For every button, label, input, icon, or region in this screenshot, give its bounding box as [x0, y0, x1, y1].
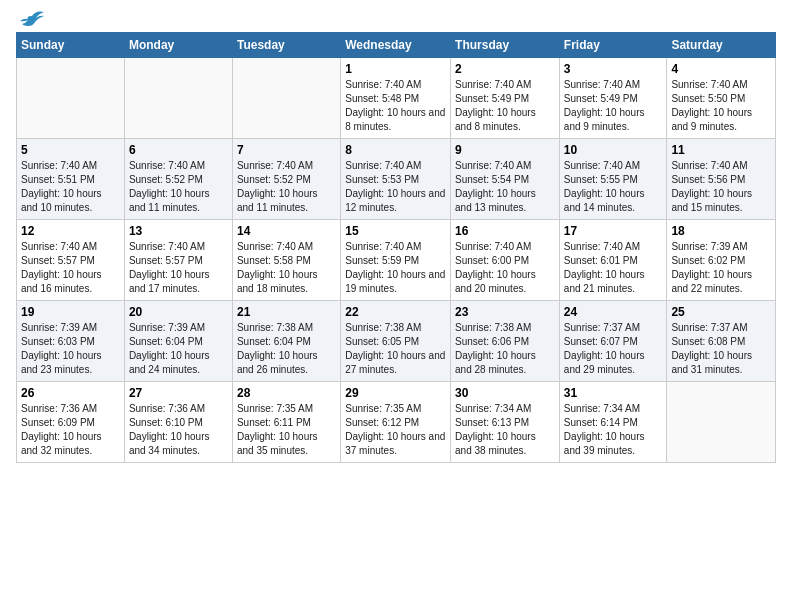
calendar-cell: 26Sunrise: 7:36 AM Sunset: 6:09 PM Dayli…: [17, 382, 125, 463]
day-number: 6: [129, 143, 228, 157]
weekday-header-friday: Friday: [559, 33, 667, 58]
day-number: 19: [21, 305, 120, 319]
day-info: Sunrise: 7:40 AM Sunset: 6:00 PM Dayligh…: [455, 240, 555, 296]
day-number: 9: [455, 143, 555, 157]
calendar-cell: 2Sunrise: 7:40 AM Sunset: 5:49 PM Daylig…: [451, 58, 560, 139]
day-info: Sunrise: 7:35 AM Sunset: 6:11 PM Dayligh…: [237, 402, 336, 458]
day-number: 5: [21, 143, 120, 157]
day-number: 1: [345, 62, 446, 76]
calendar-cell: 20Sunrise: 7:39 AM Sunset: 6:04 PM Dayli…: [124, 301, 232, 382]
calendar-cell: 22Sunrise: 7:38 AM Sunset: 6:05 PM Dayli…: [341, 301, 451, 382]
day-info: Sunrise: 7:38 AM Sunset: 6:05 PM Dayligh…: [345, 321, 446, 377]
day-number: 31: [564, 386, 663, 400]
day-info: Sunrise: 7:40 AM Sunset: 5:57 PM Dayligh…: [21, 240, 120, 296]
day-number: 17: [564, 224, 663, 238]
calendar-cell: 12Sunrise: 7:40 AM Sunset: 5:57 PM Dayli…: [17, 220, 125, 301]
day-number: 8: [345, 143, 446, 157]
day-info: Sunrise: 7:38 AM Sunset: 6:04 PM Dayligh…: [237, 321, 336, 377]
calendar-cell: 1Sunrise: 7:40 AM Sunset: 5:48 PM Daylig…: [341, 58, 451, 139]
calendar-week-row: 19Sunrise: 7:39 AM Sunset: 6:03 PM Dayli…: [17, 301, 776, 382]
day-number: 3: [564, 62, 663, 76]
day-number: 22: [345, 305, 446, 319]
calendar-cell: 6Sunrise: 7:40 AM Sunset: 5:52 PM Daylig…: [124, 139, 232, 220]
logo: [16, 16, 46, 24]
day-info: Sunrise: 7:40 AM Sunset: 5:54 PM Dayligh…: [455, 159, 555, 215]
calendar-cell: [232, 58, 340, 139]
calendar-cell: 18Sunrise: 7:39 AM Sunset: 6:02 PM Dayli…: [667, 220, 776, 301]
day-number: 30: [455, 386, 555, 400]
day-info: Sunrise: 7:39 AM Sunset: 6:02 PM Dayligh…: [671, 240, 771, 296]
calendar-week-row: 26Sunrise: 7:36 AM Sunset: 6:09 PM Dayli…: [17, 382, 776, 463]
weekday-header-monday: Monday: [124, 33, 232, 58]
day-number: 10: [564, 143, 663, 157]
weekday-header-wednesday: Wednesday: [341, 33, 451, 58]
day-info: Sunrise: 7:40 AM Sunset: 5:49 PM Dayligh…: [564, 78, 663, 134]
day-number: 20: [129, 305, 228, 319]
day-number: 7: [237, 143, 336, 157]
calendar-cell: 23Sunrise: 7:38 AM Sunset: 6:06 PM Dayli…: [451, 301, 560, 382]
day-number: 23: [455, 305, 555, 319]
day-info: Sunrise: 7:40 AM Sunset: 5:51 PM Dayligh…: [21, 159, 120, 215]
calendar-cell: 27Sunrise: 7:36 AM Sunset: 6:10 PM Dayli…: [124, 382, 232, 463]
calendar-week-row: 12Sunrise: 7:40 AM Sunset: 5:57 PM Dayli…: [17, 220, 776, 301]
day-info: Sunrise: 7:40 AM Sunset: 5:56 PM Dayligh…: [671, 159, 771, 215]
calendar-cell: 19Sunrise: 7:39 AM Sunset: 6:03 PM Dayli…: [17, 301, 125, 382]
calendar-cell: 3Sunrise: 7:40 AM Sunset: 5:49 PM Daylig…: [559, 58, 667, 139]
day-number: 27: [129, 386, 228, 400]
day-info: Sunrise: 7:37 AM Sunset: 6:07 PM Dayligh…: [564, 321, 663, 377]
day-number: 16: [455, 224, 555, 238]
day-info: Sunrise: 7:34 AM Sunset: 6:14 PM Dayligh…: [564, 402, 663, 458]
calendar-cell: 17Sunrise: 7:40 AM Sunset: 6:01 PM Dayli…: [559, 220, 667, 301]
calendar-cell: 9Sunrise: 7:40 AM Sunset: 5:54 PM Daylig…: [451, 139, 560, 220]
page-header: [16, 16, 776, 24]
calendar-table: SundayMondayTuesdayWednesdayThursdayFrid…: [16, 32, 776, 463]
day-info: Sunrise: 7:40 AM Sunset: 6:01 PM Dayligh…: [564, 240, 663, 296]
calendar-cell: 10Sunrise: 7:40 AM Sunset: 5:55 PM Dayli…: [559, 139, 667, 220]
day-info: Sunrise: 7:40 AM Sunset: 5:55 PM Dayligh…: [564, 159, 663, 215]
day-info: Sunrise: 7:40 AM Sunset: 5:50 PM Dayligh…: [671, 78, 771, 134]
logo-bird-icon: [18, 8, 46, 30]
weekday-header-saturday: Saturday: [667, 33, 776, 58]
day-number: 28: [237, 386, 336, 400]
calendar-cell: 16Sunrise: 7:40 AM Sunset: 6:00 PM Dayli…: [451, 220, 560, 301]
day-number: 26: [21, 386, 120, 400]
day-info: Sunrise: 7:40 AM Sunset: 5:59 PM Dayligh…: [345, 240, 446, 296]
day-info: Sunrise: 7:36 AM Sunset: 6:09 PM Dayligh…: [21, 402, 120, 458]
weekday-header-thursday: Thursday: [451, 33, 560, 58]
calendar-cell: 29Sunrise: 7:35 AM Sunset: 6:12 PM Dayli…: [341, 382, 451, 463]
day-number: 18: [671, 224, 771, 238]
day-number: 24: [564, 305, 663, 319]
calendar-cell: 15Sunrise: 7:40 AM Sunset: 5:59 PM Dayli…: [341, 220, 451, 301]
calendar-cell: 25Sunrise: 7:37 AM Sunset: 6:08 PM Dayli…: [667, 301, 776, 382]
day-number: 25: [671, 305, 771, 319]
day-number: 12: [21, 224, 120, 238]
day-number: 29: [345, 386, 446, 400]
calendar-cell: 7Sunrise: 7:40 AM Sunset: 5:52 PM Daylig…: [232, 139, 340, 220]
calendar-week-row: 5Sunrise: 7:40 AM Sunset: 5:51 PM Daylig…: [17, 139, 776, 220]
calendar-cell: [667, 382, 776, 463]
calendar-week-row: 1Sunrise: 7:40 AM Sunset: 5:48 PM Daylig…: [17, 58, 776, 139]
weekday-header-sunday: Sunday: [17, 33, 125, 58]
day-info: Sunrise: 7:40 AM Sunset: 5:52 PM Dayligh…: [129, 159, 228, 215]
weekday-header-row: SundayMondayTuesdayWednesdayThursdayFrid…: [17, 33, 776, 58]
calendar-cell: 30Sunrise: 7:34 AM Sunset: 6:13 PM Dayli…: [451, 382, 560, 463]
day-info: Sunrise: 7:40 AM Sunset: 5:53 PM Dayligh…: [345, 159, 446, 215]
day-info: Sunrise: 7:40 AM Sunset: 5:57 PM Dayligh…: [129, 240, 228, 296]
day-number: 15: [345, 224, 446, 238]
calendar-cell: 11Sunrise: 7:40 AM Sunset: 5:56 PM Dayli…: [667, 139, 776, 220]
calendar-cell: 14Sunrise: 7:40 AM Sunset: 5:58 PM Dayli…: [232, 220, 340, 301]
calendar-cell: 21Sunrise: 7:38 AM Sunset: 6:04 PM Dayli…: [232, 301, 340, 382]
day-info: Sunrise: 7:39 AM Sunset: 6:04 PM Dayligh…: [129, 321, 228, 377]
day-info: Sunrise: 7:34 AM Sunset: 6:13 PM Dayligh…: [455, 402, 555, 458]
day-info: Sunrise: 7:37 AM Sunset: 6:08 PM Dayligh…: [671, 321, 771, 377]
calendar-cell: 4Sunrise: 7:40 AM Sunset: 5:50 PM Daylig…: [667, 58, 776, 139]
calendar-cell: 13Sunrise: 7:40 AM Sunset: 5:57 PM Dayli…: [124, 220, 232, 301]
day-info: Sunrise: 7:38 AM Sunset: 6:06 PM Dayligh…: [455, 321, 555, 377]
day-number: 21: [237, 305, 336, 319]
calendar-cell: 31Sunrise: 7:34 AM Sunset: 6:14 PM Dayli…: [559, 382, 667, 463]
day-info: Sunrise: 7:39 AM Sunset: 6:03 PM Dayligh…: [21, 321, 120, 377]
day-info: Sunrise: 7:36 AM Sunset: 6:10 PM Dayligh…: [129, 402, 228, 458]
calendar-cell: 8Sunrise: 7:40 AM Sunset: 5:53 PM Daylig…: [341, 139, 451, 220]
weekday-header-tuesday: Tuesday: [232, 33, 340, 58]
day-number: 14: [237, 224, 336, 238]
